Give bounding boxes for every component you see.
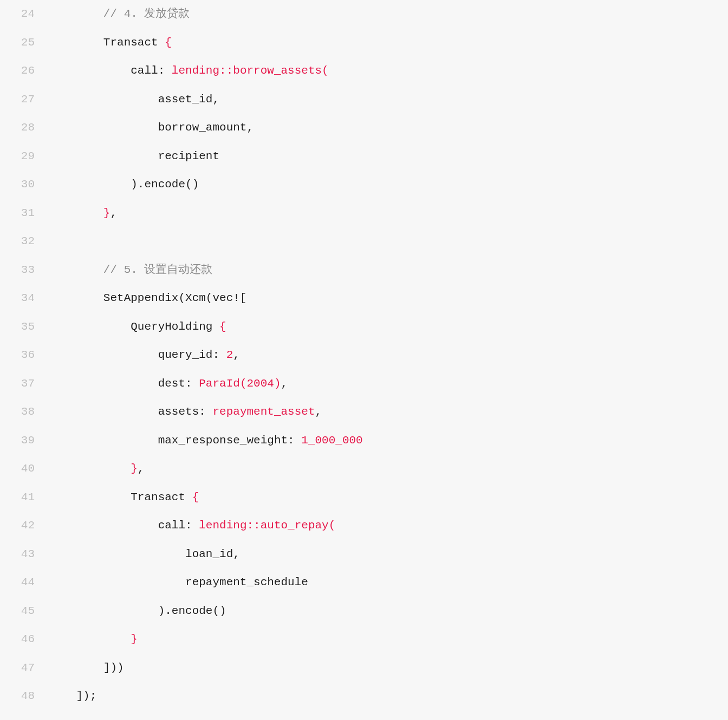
token-num: 1_000_000: [301, 434, 362, 447]
line-number: 34: [0, 284, 49, 313]
token-keyword: {: [192, 491, 199, 503]
code-line: 28 borrow_amount,: [0, 114, 728, 142]
line-number: 39: [0, 427, 49, 455]
token-num: 2: [226, 349, 233, 361]
token-ident: Transact: [131, 491, 192, 503]
line-number: 26: [0, 57, 49, 86]
token-ident: asset_id,: [158, 93, 219, 106]
line-number: 31: [0, 199, 49, 228]
line-number: 24: [0, 0, 49, 29]
code-content: ]);: [49, 682, 728, 711]
token-keyword: {: [219, 320, 226, 333]
line-number: 48: [0, 682, 49, 711]
token-keyword: }: [131, 633, 138, 645]
token-ident: SetAppendix(Xcm(vec![: [103, 292, 247, 304]
token-type: ParaId(2004): [199, 377, 281, 390]
token-type: repayment_asset: [212, 405, 315, 418]
code-content: asset_id,: [49, 86, 728, 114]
code-content: SetAppendix(Xcm(vec![: [49, 284, 728, 313]
code-block: 24 // 4. 发放贷款25 Transact {26 call: lendi…: [0, 0, 728, 711]
code-content: }: [49, 625, 728, 654]
code-line: 25 Transact {: [0, 29, 728, 57]
code-line: 48 ]);: [0, 682, 728, 711]
code-content: // 5. 设置自动还款: [49, 256, 728, 285]
token-ident: call:: [158, 519, 199, 532]
code-line: 39 max_response_weight: 1_000_000: [0, 427, 728, 455]
code-line: 35 QueryHolding {: [0, 313, 728, 342]
token-ident: QueryHolding: [131, 320, 219, 333]
token-ident: ]);: [76, 690, 96, 702]
line-number: 30: [0, 171, 49, 199]
code-line: 38 assets: repayment_asset,: [0, 398, 728, 427]
token-ident: Transact: [103, 36, 165, 49]
token-ident: ).encode(): [158, 605, 226, 617]
token-ident: call:: [131, 64, 172, 77]
code-line: 30 ).encode(): [0, 171, 728, 199]
line-number: 45: [0, 597, 49, 626]
code-content: ).encode(): [49, 171, 728, 199]
line-number: 36: [0, 341, 49, 370]
code-content: },: [49, 455, 728, 483]
code-content: // 4. 发放贷款: [49, 0, 728, 29]
token-fn: lending::borrow_assets(: [172, 64, 329, 77]
code-content: },: [49, 199, 728, 228]
token-keyword: }: [103, 207, 110, 219]
line-number: 28: [0, 114, 49, 142]
line-number: 44: [0, 568, 49, 597]
code-content: max_response_weight: 1_000_000: [49, 427, 728, 455]
line-number: 42: [0, 512, 49, 540]
code-content: loan_id,: [49, 540, 728, 569]
token-comment: // 5. 设置自动还款: [103, 264, 213, 276]
token-ident: max_response_weight:: [158, 434, 302, 447]
token-ident: ).encode(): [131, 178, 199, 191]
token-ident: ,: [233, 349, 240, 361]
code-line: 29 recipient: [0, 142, 728, 171]
token-ident: repayment_schedule: [185, 576, 308, 588]
line-number: 29: [0, 142, 49, 171]
line-number: 33: [0, 256, 49, 285]
token-ident: assets:: [158, 405, 213, 418]
code-content: recipient: [49, 142, 728, 171]
code-line: 45 ).encode(): [0, 597, 728, 626]
code-content: Transact {: [49, 29, 728, 57]
code-content: QueryHolding {: [49, 313, 728, 342]
token-ident: dest:: [158, 377, 199, 390]
code-content: Transact {: [49, 483, 728, 512]
code-line: 41 Transact {: [0, 483, 728, 512]
token-ident: ])): [103, 662, 124, 674]
code-line: 46 }: [0, 625, 728, 654]
token-ident: borrow_amount,: [158, 121, 253, 134]
code-line: 47 ])): [0, 654, 728, 683]
code-content: call: lending::auto_repay(: [49, 512, 728, 540]
token-fn: lending::auto_repay(: [199, 519, 335, 532]
code-content: repayment_schedule: [49, 568, 728, 597]
line-number: 27: [0, 86, 49, 114]
code-content: dest: ParaId(2004),: [49, 370, 728, 398]
code-content: call: lending::borrow_assets(: [49, 57, 728, 86]
line-number: 43: [0, 540, 49, 569]
code-line: 43 loan_id,: [0, 540, 728, 569]
line-number: 35: [0, 313, 49, 342]
line-number: 40: [0, 455, 49, 483]
code-line: 26 call: lending::borrow_assets(: [0, 57, 728, 86]
token-ident: ,: [110, 207, 117, 219]
code-line: 44 repayment_schedule: [0, 568, 728, 597]
code-line: 42 call: lending::auto_repay(: [0, 512, 728, 540]
code-line: 32: [0, 227, 728, 256]
line-number: 41: [0, 483, 49, 512]
code-line: 34 SetAppendix(Xcm(vec![: [0, 284, 728, 313]
code-content: ).encode(): [49, 597, 728, 626]
token-ident: ,: [281, 377, 288, 390]
line-number: 38: [0, 398, 49, 427]
token-keyword: {: [165, 36, 172, 49]
token-ident: recipient: [158, 150, 219, 162]
code-content: query_id: 2,: [49, 341, 728, 370]
token-ident: ,: [138, 462, 145, 475]
line-number: 47: [0, 654, 49, 683]
code-line: 37 dest: ParaId(2004),: [0, 370, 728, 398]
token-comment: // 4. 发放贷款: [103, 8, 190, 20]
token-keyword: }: [131, 462, 138, 475]
code-line: 27 asset_id,: [0, 86, 728, 114]
code-line: 31 },: [0, 199, 728, 228]
token-ident: query_id:: [158, 349, 226, 361]
